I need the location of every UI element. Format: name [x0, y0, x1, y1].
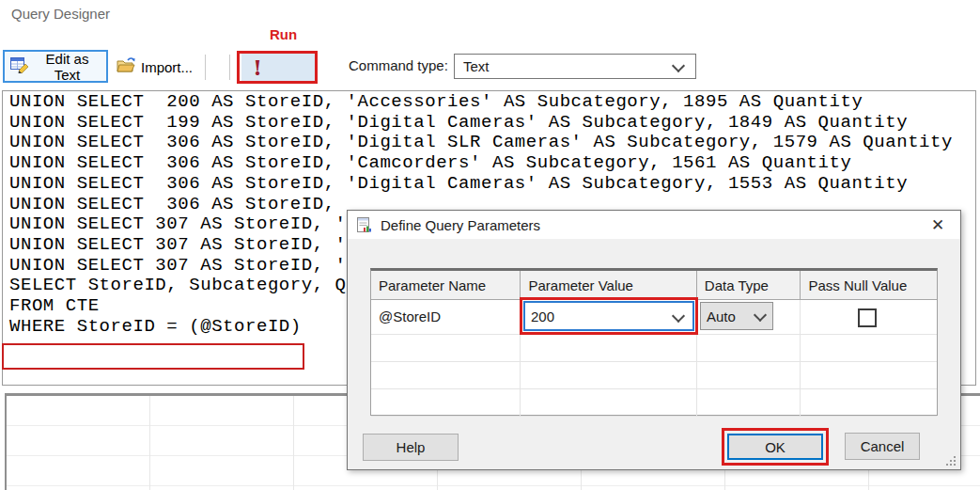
annotation-run-box — [237, 51, 318, 84]
parameter-name-value: @StoreID — [371, 300, 520, 324]
sql-line: UNION SELECT 306 AS StoreID, 'Digital SL… — [9, 133, 975, 153]
column-header-data-type: Data Type — [697, 271, 801, 300]
import-button[interactable]: Import... — [111, 52, 198, 82]
pass-null-value-checkbox[interactable] — [858, 308, 877, 327]
column-header-parameter-name: Parameter Name — [371, 271, 521, 300]
define-query-parameters-dialog: Define Query Parameters ✕ Parameter Name… — [347, 210, 961, 470]
sql-line: UNION SELECT 306 AS StoreID, 'Digital Ca… — [9, 174, 975, 195]
annotation-parameter-value-box — [520, 297, 698, 335]
parameters-header-row: Parameter Name Parameter Value Data Type… — [371, 271, 937, 300]
help-button[interactable]: Help — [363, 434, 459, 461]
sql-line: UNION SELECT 200 AS StoreID, 'Accessorie… — [9, 92, 975, 113]
chevron-down-icon — [754, 308, 767, 322]
edit-as-text-button[interactable]: Edit as Text — [3, 50, 108, 83]
command-type-dropdown[interactable]: Text — [454, 54, 696, 79]
empty-parameter-row — [371, 389, 937, 417]
data-type-text: Auto — [707, 308, 736, 324]
edit-as-text-label: Edit as Text — [34, 51, 101, 83]
parameters-table: Parameter Name Parameter Value Data Type… — [370, 268, 938, 416]
resize-grip[interactable] — [944, 454, 956, 466]
toolbar-separator — [229, 55, 230, 80]
query-designer-window: Query Designer Run Edit as Text — [0, 0, 980, 490]
annotation-ok-box — [722, 428, 829, 466]
dialog-title: Define Query Parameters — [381, 217, 540, 233]
data-type-dropdown[interactable]: Auto — [700, 302, 773, 330]
command-type-label: Command type: — [349, 57, 448, 73]
import-label: Import... — [141, 59, 193, 75]
cancel-button[interactable]: Cancel — [845, 433, 920, 460]
page-title: Query Designer — [11, 6, 110, 22]
command-type-value: Text — [463, 58, 490, 74]
empty-parameter-row — [371, 362, 937, 389]
annotation-where-clause-box — [2, 343, 304, 370]
column-header-parameter-value: Parameter Value — [521, 271, 696, 300]
edit-as-text-icon — [10, 56, 29, 76]
report-parameters-icon — [356, 217, 372, 233]
dialog-title-bar[interactable]: Define Query Parameters ✕ — [348, 211, 960, 239]
import-folder-icon — [117, 57, 136, 76]
empty-parameter-row — [371, 335, 937, 362]
chevron-down-icon — [672, 59, 685, 72]
close-icon[interactable]: ✕ — [926, 214, 949, 237]
sql-line: UNION SELECT 199 AS StoreID, 'Digital Ca… — [9, 113, 975, 134]
column-header-pass-null-value: Pass Null Value — [801, 271, 937, 300]
sql-line: UNION SELECT 306 AS StoreID, 'Camcorders… — [9, 153, 975, 174]
toolbar-separator — [205, 55, 206, 80]
annotation-run-label: Run — [270, 26, 297, 42]
